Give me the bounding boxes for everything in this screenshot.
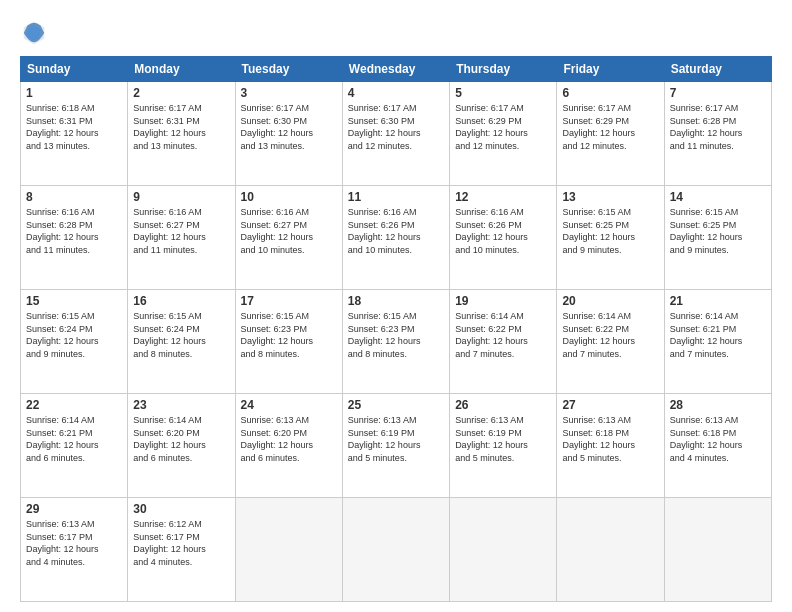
day-number: 15 (26, 294, 122, 308)
day-cell: 2Sunrise: 6:17 AM Sunset: 6:31 PM Daylig… (128, 82, 235, 186)
page: Sunday Monday Tuesday Wednesday Thursday… (0, 0, 792, 612)
calendar-week-row: 1Sunrise: 6:18 AM Sunset: 6:31 PM Daylig… (21, 82, 772, 186)
day-cell: 17Sunrise: 6:15 AM Sunset: 6:23 PM Dayli… (235, 290, 342, 394)
calendar-header-row: Sunday Monday Tuesday Wednesday Thursday… (21, 57, 772, 82)
day-number: 6 (562, 86, 658, 100)
day-number: 11 (348, 190, 444, 204)
day-info: Sunrise: 6:14 AM Sunset: 6:20 PM Dayligh… (133, 414, 229, 464)
day-info: Sunrise: 6:13 AM Sunset: 6:20 PM Dayligh… (241, 414, 337, 464)
day-cell: 29Sunrise: 6:13 AM Sunset: 6:17 PM Dayli… (21, 498, 128, 602)
day-number: 9 (133, 190, 229, 204)
day-cell: 10Sunrise: 6:16 AM Sunset: 6:27 PM Dayli… (235, 186, 342, 290)
day-cell: 13Sunrise: 6:15 AM Sunset: 6:25 PM Dayli… (557, 186, 664, 290)
day-number: 23 (133, 398, 229, 412)
day-number: 22 (26, 398, 122, 412)
day-info: Sunrise: 6:13 AM Sunset: 6:18 PM Dayligh… (670, 414, 766, 464)
day-info: Sunrise: 6:15 AM Sunset: 6:25 PM Dayligh… (562, 206, 658, 256)
day-number: 16 (133, 294, 229, 308)
day-cell: 4Sunrise: 6:17 AM Sunset: 6:30 PM Daylig… (342, 82, 449, 186)
day-cell: 22Sunrise: 6:14 AM Sunset: 6:21 PM Dayli… (21, 394, 128, 498)
day-info: Sunrise: 6:17 AM Sunset: 6:30 PM Dayligh… (348, 102, 444, 152)
day-info: Sunrise: 6:17 AM Sunset: 6:30 PM Dayligh… (241, 102, 337, 152)
col-monday: Monday (128, 57, 235, 82)
day-info: Sunrise: 6:13 AM Sunset: 6:19 PM Dayligh… (348, 414, 444, 464)
day-cell: 11Sunrise: 6:16 AM Sunset: 6:26 PM Dayli… (342, 186, 449, 290)
day-cell: 9Sunrise: 6:16 AM Sunset: 6:27 PM Daylig… (128, 186, 235, 290)
col-wednesday: Wednesday (342, 57, 449, 82)
day-info: Sunrise: 6:14 AM Sunset: 6:21 PM Dayligh… (670, 310, 766, 360)
day-info: Sunrise: 6:12 AM Sunset: 6:17 PM Dayligh… (133, 518, 229, 568)
day-cell: 28Sunrise: 6:13 AM Sunset: 6:18 PM Dayli… (664, 394, 771, 498)
day-info: Sunrise: 6:17 AM Sunset: 6:31 PM Dayligh… (133, 102, 229, 152)
day-info: Sunrise: 6:16 AM Sunset: 6:28 PM Dayligh… (26, 206, 122, 256)
day-number: 17 (241, 294, 337, 308)
day-cell: 27Sunrise: 6:13 AM Sunset: 6:18 PM Dayli… (557, 394, 664, 498)
header (20, 18, 772, 46)
day-info: Sunrise: 6:16 AM Sunset: 6:26 PM Dayligh… (348, 206, 444, 256)
day-cell: 24Sunrise: 6:13 AM Sunset: 6:20 PM Dayli… (235, 394, 342, 498)
day-info: Sunrise: 6:14 AM Sunset: 6:22 PM Dayligh… (455, 310, 551, 360)
calendar: Sunday Monday Tuesday Wednesday Thursday… (20, 56, 772, 602)
day-info: Sunrise: 6:16 AM Sunset: 6:26 PM Dayligh… (455, 206, 551, 256)
day-number: 19 (455, 294, 551, 308)
day-cell: 8Sunrise: 6:16 AM Sunset: 6:28 PM Daylig… (21, 186, 128, 290)
day-info: Sunrise: 6:17 AM Sunset: 6:29 PM Dayligh… (455, 102, 551, 152)
day-number: 10 (241, 190, 337, 204)
day-cell: 16Sunrise: 6:15 AM Sunset: 6:24 PM Dayli… (128, 290, 235, 394)
day-number: 26 (455, 398, 551, 412)
day-info: Sunrise: 6:13 AM Sunset: 6:19 PM Dayligh… (455, 414, 551, 464)
day-info: Sunrise: 6:17 AM Sunset: 6:29 PM Dayligh… (562, 102, 658, 152)
day-info: Sunrise: 6:15 AM Sunset: 6:24 PM Dayligh… (133, 310, 229, 360)
day-cell: 15Sunrise: 6:15 AM Sunset: 6:24 PM Dayli… (21, 290, 128, 394)
day-cell: 21Sunrise: 6:14 AM Sunset: 6:21 PM Dayli… (664, 290, 771, 394)
day-cell: 18Sunrise: 6:15 AM Sunset: 6:23 PM Dayli… (342, 290, 449, 394)
day-cell: 25Sunrise: 6:13 AM Sunset: 6:19 PM Dayli… (342, 394, 449, 498)
day-cell: 6Sunrise: 6:17 AM Sunset: 6:29 PM Daylig… (557, 82, 664, 186)
day-cell: 30Sunrise: 6:12 AM Sunset: 6:17 PM Dayli… (128, 498, 235, 602)
day-info: Sunrise: 6:16 AM Sunset: 6:27 PM Dayligh… (133, 206, 229, 256)
day-number: 5 (455, 86, 551, 100)
day-info: Sunrise: 6:15 AM Sunset: 6:23 PM Dayligh… (348, 310, 444, 360)
day-info: Sunrise: 6:18 AM Sunset: 6:31 PM Dayligh… (26, 102, 122, 152)
col-sunday: Sunday (21, 57, 128, 82)
day-number: 24 (241, 398, 337, 412)
day-cell: 1Sunrise: 6:18 AM Sunset: 6:31 PM Daylig… (21, 82, 128, 186)
day-info: Sunrise: 6:14 AM Sunset: 6:21 PM Dayligh… (26, 414, 122, 464)
empty-cell (450, 498, 557, 602)
day-cell: 23Sunrise: 6:14 AM Sunset: 6:20 PM Dayli… (128, 394, 235, 498)
day-info: Sunrise: 6:14 AM Sunset: 6:22 PM Dayligh… (562, 310, 658, 360)
day-number: 2 (133, 86, 229, 100)
day-cell: 20Sunrise: 6:14 AM Sunset: 6:22 PM Dayli… (557, 290, 664, 394)
day-number: 4 (348, 86, 444, 100)
day-number: 18 (348, 294, 444, 308)
day-number: 27 (562, 398, 658, 412)
day-cell: 26Sunrise: 6:13 AM Sunset: 6:19 PM Dayli… (450, 394, 557, 498)
col-saturday: Saturday (664, 57, 771, 82)
day-number: 20 (562, 294, 658, 308)
day-cell: 5Sunrise: 6:17 AM Sunset: 6:29 PM Daylig… (450, 82, 557, 186)
col-thursday: Thursday (450, 57, 557, 82)
day-number: 21 (670, 294, 766, 308)
day-number: 25 (348, 398, 444, 412)
day-info: Sunrise: 6:13 AM Sunset: 6:17 PM Dayligh… (26, 518, 122, 568)
day-number: 1 (26, 86, 122, 100)
day-number: 3 (241, 86, 337, 100)
day-number: 13 (562, 190, 658, 204)
day-cell: 3Sunrise: 6:17 AM Sunset: 6:30 PM Daylig… (235, 82, 342, 186)
day-number: 29 (26, 502, 122, 516)
day-cell: 12Sunrise: 6:16 AM Sunset: 6:26 PM Dayli… (450, 186, 557, 290)
day-number: 30 (133, 502, 229, 516)
day-info: Sunrise: 6:16 AM Sunset: 6:27 PM Dayligh… (241, 206, 337, 256)
day-info: Sunrise: 6:15 AM Sunset: 6:25 PM Dayligh… (670, 206, 766, 256)
day-info: Sunrise: 6:15 AM Sunset: 6:24 PM Dayligh… (26, 310, 122, 360)
calendar-week-row: 8Sunrise: 6:16 AM Sunset: 6:28 PM Daylig… (21, 186, 772, 290)
empty-cell (664, 498, 771, 602)
day-number: 8 (26, 190, 122, 204)
logo (20, 18, 52, 46)
day-cell: 14Sunrise: 6:15 AM Sunset: 6:25 PM Dayli… (664, 186, 771, 290)
empty-cell (235, 498, 342, 602)
logo-icon (20, 18, 48, 46)
day-number: 12 (455, 190, 551, 204)
day-info: Sunrise: 6:17 AM Sunset: 6:28 PM Dayligh… (670, 102, 766, 152)
calendar-week-row: 15Sunrise: 6:15 AM Sunset: 6:24 PM Dayli… (21, 290, 772, 394)
